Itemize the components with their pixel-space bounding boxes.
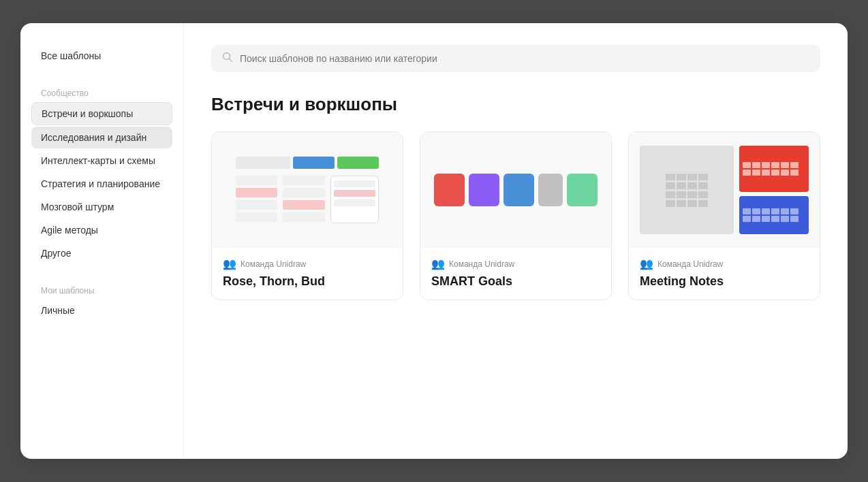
cards-grid: 👥 Команда Unidraw Rose, Thorn, Bud [211,131,820,300]
sidebar-item-all-templates[interactable]: Все шаблоны [31,45,172,67]
search-bar [211,45,820,72]
smart-block-green [567,174,598,206]
svg-line-1 [230,59,232,62]
search-icon [222,52,233,65]
mn-right-panel [739,146,809,234]
sidebar-item-mindmaps[interactable]: Интеллект-карты и схемы [31,150,172,172]
card-info-smart-goals: 👥 Команда Unidraw SMART Goals [420,248,611,300]
card-title-rose-thorn-bud: Rose, Thorn, Bud [223,274,392,289]
team-icon: 👥 [431,257,445,270]
card-preview-meeting-notes [629,132,820,248]
app-container: Все шаблоны Сообщество Встречи и воркшоп… [20,23,848,459]
mn-left-panel [640,146,734,234]
category-title: Встречи и воркшопы [211,94,820,115]
template-card-smart-goals[interactable]: 👥 Команда Unidraw SMART Goals [420,131,612,300]
team-icon: 👥 [640,257,653,270]
team-icon: 👥 [223,257,236,270]
sidebar-item-other[interactable]: Другое [31,242,172,264]
sidebar-item-research[interactable]: Исследования и дизайн [31,127,172,148]
sidebar-item-agile[interactable]: Agile методы [31,219,172,241]
card-info-rose-thorn-bud: 👥 Команда Unidraw Rose, Thorn, Bud [212,248,403,300]
main-content: Встречи и воркшопы [184,23,848,459]
search-input[interactable] [240,53,809,64]
sidebar-section-my: Мои шаблоны [31,276,172,300]
smart-block-gray [538,174,563,206]
template-card-rose-thorn-bud[interactable]: 👥 Команда Unidraw Rose, Thorn, Bud [211,131,403,300]
smart-block-red [434,174,465,206]
card-info-meeting-notes: 👥 Команда Unidraw Meeting Notes [629,248,820,300]
sidebar-section-community: Сообщество [31,79,172,102]
smart-block-purple [469,174,499,206]
sidebar-item-meetings[interactable]: Встречи и воркшопы [31,102,172,125]
card-preview-rose-thorn-bud [212,132,403,248]
card-team-rose-thorn-bud: 👥 Команда Unidraw [223,257,392,270]
sidebar-item-personal[interactable]: Личные [31,300,172,321]
mn-right-top [739,146,809,192]
smart-block-blue [503,174,534,206]
card-title-smart-goals: SMART Goals [431,274,600,289]
mn-right-bottom [739,196,809,234]
card-title-meeting-notes: Meeting Notes [640,274,809,289]
card-team-smart-goals: 👥 Команда Unidraw [431,257,600,270]
sidebar-item-brainstorm[interactable]: Мозговой штурм [31,196,172,218]
sidebar-item-strategy[interactable]: Стратегия и планирование [31,173,172,195]
card-preview-smart-goals [420,132,611,248]
card-team-meeting-notes: 👥 Команда Unidraw [640,257,809,270]
sidebar: Все шаблоны Сообщество Встречи и воркшоп… [20,23,184,459]
template-card-meeting-notes[interactable]: 👥 Команда Unidraw Meeting Notes [628,131,820,300]
